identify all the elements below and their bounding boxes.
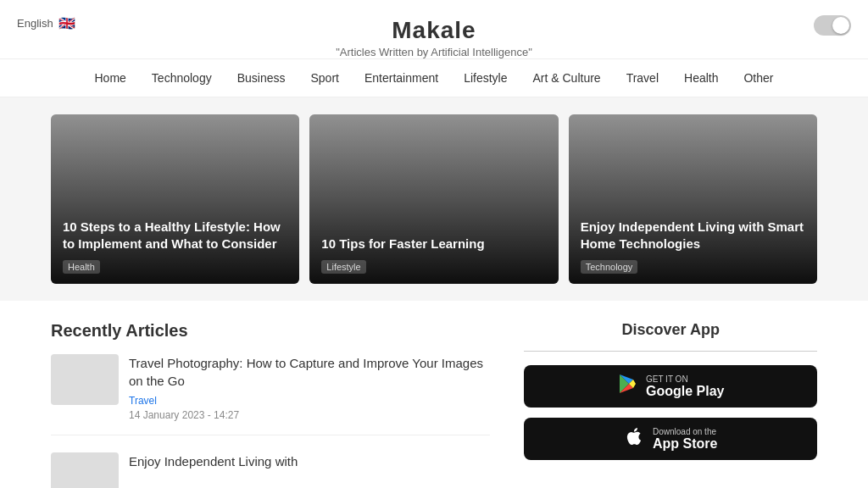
- article-thumbnail-0: [51, 354, 119, 405]
- nav-home[interactable]: Home: [94, 71, 125, 85]
- google-play-sub: GET IT ON: [646, 374, 724, 384]
- card-tag-2: Technology: [581, 260, 638, 274]
- header: English 🇬🇧 Makale "Articles Written by A…: [0, 0, 868, 59]
- card-title-2: Enjoy Independent Living with Smart Home…: [581, 219, 805, 252]
- google-play-label: Google Play: [646, 384, 724, 399]
- app-divider: [524, 351, 817, 352]
- language-selector[interactable]: English 🇬🇧: [17, 15, 75, 31]
- list-item: Enjoy Independent Living with: [51, 452, 490, 488]
- theme-toggle[interactable]: [814, 15, 851, 36]
- featured-card-2[interactable]: Enjoy Independent Living with Smart Home…: [569, 114, 817, 284]
- recent-heading: Recently Articles: [51, 321, 490, 341]
- featured-card-1[interactable]: 10 Tips for Faster Learning Lifestyle: [309, 114, 558, 284]
- google-play-button[interactable]: GET IT ON Google Play: [524, 365, 817, 408]
- site-title-block: Makale "Articles Written by Artificial I…: [17, 10, 851, 58]
- lang-label: English: [17, 17, 53, 30]
- google-play-text: GET IT ON Google Play: [646, 374, 724, 399]
- nav-travel[interactable]: Travel: [626, 71, 659, 85]
- list-item: Travel Photography: How to Capture and I…: [51, 354, 490, 435]
- apple-icon: [624, 426, 644, 452]
- nav-sport[interactable]: Sport: [310, 71, 338, 85]
- recent-articles: Recently Articles Travel Photography: Ho…: [51, 321, 490, 488]
- card-tag-1: Lifestyle: [321, 260, 365, 274]
- app-store-text: Download on the App Store: [653, 427, 717, 452]
- recent-section: Recently Articles Travel Photography: Ho…: [0, 301, 868, 488]
- site-subtitle: "Articles Written by Artificial Intellig…: [17, 46, 851, 58]
- google-play-icon: [617, 374, 637, 399]
- article-title-0[interactable]: Travel Photography: How to Capture and I…: [129, 354, 490, 390]
- card-title-0: 10 Steps to a Healthy Lifestyle: How to …: [63, 219, 287, 252]
- app-store-sub: Download on the: [653, 427, 717, 436]
- site-title: Makale: [17, 17, 851, 44]
- card-content-0: 10 Steps to a Healthy Lifestyle: How to …: [63, 219, 287, 274]
- nav-entertainment[interactable]: Entertainment: [364, 71, 438, 85]
- card-content-2: Enjoy Independent Living with Smart Home…: [581, 219, 805, 274]
- featured-card-0[interactable]: 10 Steps to a Healthy Lifestyle: How to …: [51, 114, 299, 284]
- nav-other[interactable]: Other: [743, 71, 773, 85]
- flag-icon: 🇬🇧: [58, 15, 75, 31]
- article-date-0: 14 January 2023 - 14:27: [129, 409, 490, 421]
- card-tag-0: Health: [63, 260, 100, 274]
- app-store-button[interactable]: Download on the App Store: [524, 418, 817, 460]
- toggle-knob: [832, 17, 849, 34]
- article-info-1: Enjoy Independent Living with: [129, 452, 298, 488]
- card-title-1: 10 Tips for Faster Learning: [321, 236, 546, 252]
- app-section: Discover App GET IT ON Google Play: [524, 321, 817, 488]
- app-store-label: App Store: [653, 436, 717, 452]
- featured-cards: 10 Steps to a Healthy Lifestyle: How to …: [0, 97, 868, 301]
- nav-business[interactable]: Business: [237, 71, 286, 85]
- article-info-0: Travel Photography: How to Capture and I…: [129, 354, 490, 421]
- theme-toggle-wrap: [814, 15, 851, 36]
- main-nav: Home Technology Business Sport Entertain…: [0, 59, 868, 97]
- article-thumbnail-1: [51, 452, 119, 488]
- card-content-1: 10 Tips for Faster Learning Lifestyle: [321, 236, 546, 274]
- nav-art-culture[interactable]: Art & Culture: [532, 71, 600, 85]
- nav-lifestyle[interactable]: Lifestyle: [464, 71, 507, 85]
- nav-health[interactable]: Health: [684, 71, 718, 85]
- article-title-1[interactable]: Enjoy Independent Living with: [129, 452, 298, 470]
- nav-technology[interactable]: Technology: [152, 71, 212, 85]
- app-heading: Discover App: [524, 321, 817, 339]
- article-tag-0: Travel: [129, 395, 490, 407]
